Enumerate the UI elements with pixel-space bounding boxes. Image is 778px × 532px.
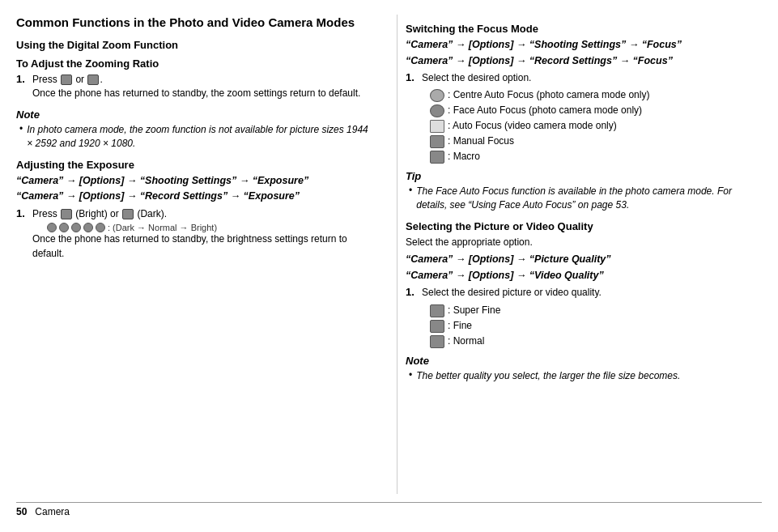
focus-option-5-text: : Macro [448,150,480,164]
right-column: Switching the Focus Mode “Camera” → [Opt… [397,15,762,494]
exposure-title: Adjusting the Exposure [16,159,372,171]
zoom-step1-num: 1. [16,73,31,104]
exp-dot-4 [83,223,93,232]
exp-dot-1 [47,223,57,232]
focus-option-2: : Face Auto Focus (photo camera mode onl… [430,104,762,117]
focus-step1: 1. Select the desired option. : Centre A… [406,71,762,165]
focus-step1-num: 1. [406,71,420,165]
exposure-continuation: Once the phone has returned to standby, … [32,232,372,261]
exp-dot-3 [71,223,81,232]
focus-option-5: : Macro [430,150,762,164]
footer-label: Camera [35,506,70,517]
exposure-path1: “Camera” → [Options] → “Shooting Setting… [16,174,372,189]
focus-tip: Tip • The Face Auto Focus function is av… [406,170,762,212]
quality-path1: “Camera” → [Options] → “Picture Quality” [406,253,762,267]
centre-af-icon [430,89,444,102]
quality-options-list: : Super Fine : Fine : Normal [430,304,762,348]
quality-note-title: Note [406,355,762,367]
up-button-icon [61,74,72,85]
page-footer: 50 Camera [16,502,762,517]
focus-step1-text: Select the desired option. [422,71,762,85]
zoom-note-title: Note [16,109,372,121]
macro-icon [430,151,444,164]
digital-zoom-title: Using the Digital Zoom Function [16,39,372,51]
bright-button-icon [61,209,72,219]
zoom-note-bullet-text: In photo camera mode, the zoom function … [27,123,372,151]
quality-intro: Select the appropriate option. [406,236,762,249]
focus-option-3-text: : Auto Focus (video camera mode only) [448,119,617,133]
quality-option-1-text: : Super Fine [448,304,500,317]
zoom-step1-content: Press or . Once the phone has returned t… [32,73,372,104]
zoom-subsection: To Adjust the Zooming Ratio [16,57,372,70]
tip-bullet-text: The Face Auto Focus function is availabl… [416,185,762,212]
quality-option-1: : Super Fine [430,304,762,317]
content-area: Common Functions in the Photo and Video … [16,15,762,494]
focus-option-3: : Auto Focus (video camera mode only) [430,119,762,133]
exposure-path2: “Camera” → [Options] → “Record Settings”… [16,189,372,204]
fine-icon [430,320,444,333]
exposure-step1: 1. Press (Bright) or (Dark). : [16,207,372,264]
focus-option-1-text: : Centre Auto Focus (photo camera mode o… [448,88,649,102]
quality-option-2-text: : Fine [448,319,472,333]
focus-path2: “Camera” → [Options] → “Record Settings”… [406,54,762,69]
quality-option-2: : Fine [430,319,762,333]
manual-focus-icon [430,135,444,148]
zoom-note: Note • In photo camera mode, the zoom fu… [16,109,372,151]
quality-step1-num: 1. [406,286,420,349]
focus-title: Switching the Focus Mode [406,23,762,35]
focus-option-4-text: : Manual Focus [448,134,514,148]
focus-path1: “Camera” → [Options] → “Shooting Setting… [406,38,762,53]
quality-note-bullet-text: The better quality you select, the large… [416,369,680,383]
exposure-icons-row: : (Dark → Normal → Bright) [47,223,372,232]
exposure-step1-content: Press (Bright) or (Dark). : (Dark → Norm… [32,207,372,264]
tip-bullet: • The Face Auto Focus function is availa… [409,185,762,212]
zoom-note-bullet: • In photo camera mode, the zoom functio… [19,123,372,151]
tip-bullet-char: • [409,185,412,212]
quality-step1-content: Select the desired picture or video qual… [422,286,762,349]
quality-option-3-text: : Normal [448,334,484,348]
normal-icon [430,335,444,348]
page-container: Common Functions in the Photo and Video … [0,0,778,532]
exposure-step1-num: 1. [16,207,31,264]
quality-note: Note • The better quality you select, th… [406,355,762,383]
down-button-icon [87,74,99,85]
zoom-step1-text: Press or . [32,73,372,87]
quality-title: Selecting the Picture or Video Quality [406,220,762,232]
quality-note-bullet-char: • [409,369,412,383]
exposure-step1-text: Press (Bright) or (Dark). [32,207,372,221]
focus-option-1: : Centre Auto Focus (photo camera mode o… [430,88,762,102]
exp-dot-5 [96,223,105,232]
zoom-step1-continuation: Once the phone has returned to standby, … [32,87,372,100]
face-af-icon [430,104,444,117]
zoom-note-bullet-char: • [19,123,23,151]
tip-title: Tip [406,170,762,182]
quality-path2: “Camera” → [Options] → “Video Quality” [406,269,762,283]
exp-dot-2 [59,223,69,232]
exp-label: : (Dark → Normal → Bright) [108,223,217,232]
focus-option-4: : Manual Focus [430,134,762,148]
zoom-step1: 1. Press or . Once the phone has returne… [16,73,372,104]
page-number: 50 [16,506,27,517]
quality-step1: 1. Select the desired picture or video q… [406,286,762,349]
quality-step1-text: Select the desired picture or video qual… [422,286,762,300]
auto-af-icon [430,120,444,133]
main-title: Common Functions in the Photo and Video … [16,15,372,31]
quality-option-3: : Normal [430,334,762,348]
focus-options-list: : Centre Auto Focus (photo camera mode o… [430,88,762,164]
dark-button-icon [122,209,134,219]
left-column: Common Functions in the Photo and Video … [16,15,380,494]
super-fine-icon [430,304,444,317]
focus-option-2-text: : Face Auto Focus (photo camera mode onl… [448,104,642,117]
quality-note-bullet: • The better quality you select, the lar… [409,369,762,383]
focus-step1-content: Select the desired option. : Centre Auto… [422,71,762,165]
